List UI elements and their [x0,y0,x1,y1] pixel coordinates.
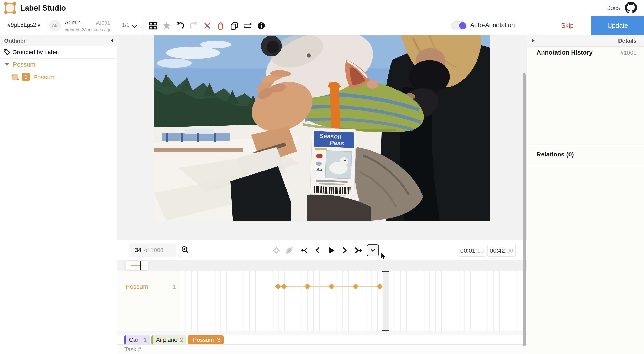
grid-view-button[interactable] [149,21,157,30]
tree-group-possum[interactable]: Possum [13,61,35,68]
time-current-main: 00:01 [460,247,476,254]
timeline-playhead[interactable] [382,271,389,331]
top-header: Label Studio Docs [0,0,644,16]
video-frame[interactable]: Season Pass [154,35,490,221]
label-studio-app: Label Studio Docs #9pb8Lgs2iv AD Admin #… [0,0,644,354]
svg-text:Season: Season [319,132,342,140]
divider [527,145,644,145]
expand-panel-icon[interactable] [532,38,535,43]
reject-button[interactable] [203,21,212,30]
time-total-main: 00:42 [490,247,505,254]
avatar[interactable]: AD [50,20,60,31]
track-label[interactable]: Possum [126,283,148,290]
swap-arrows-icon [244,21,252,30]
seeker-playhead[interactable] [140,261,141,270]
info-button[interactable] [257,21,265,30]
annotation-history-id: #1001 [608,49,636,56]
outliner-panel [0,35,117,354]
chevron-left-icon [313,246,322,255]
skip-button[interactable]: Skip [544,16,591,35]
timeline-seeker[interactable] [124,260,521,271]
toolbar-divider [47,16,47,35]
annotation-created: created, 23 minutes ago [65,27,112,32]
relations-title: Relations (0) [536,151,574,158]
star-button[interactable] [162,21,171,30]
label-chip-car[interactable]: Car 1 [124,335,150,345]
svg-text:Pass: Pass [330,139,344,147]
prev-keyframe-icon [299,246,308,254]
zoom-button[interactable] [178,243,192,257]
frame-current: 34 [134,246,142,254]
copy-button[interactable] [230,21,238,30]
timeline-footer [117,331,527,335]
task-row [117,345,527,354]
interpolation-toggle-button[interactable] [283,244,296,257]
seeker-keyframe-range [131,265,140,266]
annotation-pager: 1/1 [122,22,129,28]
label-stripe [124,335,126,345]
region-index-badge: 1 [22,73,30,81]
play-icon [327,246,336,255]
settings-flow-button[interactable] [244,21,252,30]
season-pass-badge: Season Pass [310,128,356,196]
label-text: Possum [193,337,214,343]
github-icon[interactable] [625,2,637,14]
task-id-tab[interactable]: #9pb8Lgs2iv [8,21,40,28]
undo-button[interactable] [176,21,184,30]
track-count: 1 [166,284,176,290]
prev-keyframe-button[interactable] [298,244,310,257]
tag-icon [3,48,10,55]
label-text: Airplane [156,337,178,343]
toolbar-divider [144,16,144,35]
possum-nose [367,80,378,88]
redo-button[interactable] [190,21,198,30]
timeline-grid[interactable] [180,271,518,331]
grouping-label: Grouped by Label [12,49,59,55]
keyframe-slash-icon [285,246,293,255]
label-hotkey: 2 [180,337,186,343]
next-keyframe-icon [354,246,364,254]
tree-collapse-caret-icon[interactable] [5,63,9,66]
grid-icon [149,22,157,30]
timeline-options-button[interactable] [367,244,379,256]
toolbar-divider [448,16,448,35]
time-total-frames: :00 [505,247,513,254]
trash-icon [216,21,225,30]
playhead-cap [382,330,389,331]
timeline-label-column [117,271,180,331]
label-stripe [152,335,153,345]
auto-annotation-label: Auto-Annotation [470,21,515,28]
outliner-title: Outliner [4,38,26,44]
time-current-frames: :10 [475,247,484,254]
add-keyframe-button[interactable] [270,244,282,257]
label-studio-logo-icon[interactable] [4,2,16,14]
label-hotkey: 1 [144,337,150,343]
next-keyframe-button[interactable] [353,244,365,257]
info-icon [257,22,265,30]
update-button[interactable]: Update [591,16,644,35]
vertical-scrollbar[interactable] [523,73,526,346]
star-icon [162,21,171,30]
docs-link[interactable]: Docs [606,4,620,11]
annotation-id: #1001 [96,20,110,26]
annotation-history-title: Annotation History [536,49,592,56]
label-hotkey: 3 [217,337,224,343]
auto-annotation-toggle[interactable] [451,21,467,30]
label-chip-airplane[interactable]: Airplane 2 [152,335,186,345]
toggle-knob [459,22,466,29]
play-button[interactable] [325,244,338,257]
next-frame-button[interactable] [338,244,351,257]
prev-frame-button[interactable] [311,244,324,257]
mouse-cursor [380,252,388,261]
label-chip-possum[interactable]: Possum 3 [188,335,224,345]
magnifier-plus-icon [181,246,190,254]
time-current[interactable]: 00:01:10 [458,245,486,257]
collapse-panel-icon[interactable] [111,38,114,43]
chevron-down-box-icon [369,247,376,254]
frame-counter[interactable]: 34 of 1008 [129,243,176,257]
time-total[interactable]: 00:42:00 [487,245,516,257]
tree-region-possum[interactable]: Possum [33,74,56,81]
task-number-label: Task # [124,346,141,353]
app-title: Label Studio [20,4,66,12]
delete-button[interactable] [216,21,225,30]
